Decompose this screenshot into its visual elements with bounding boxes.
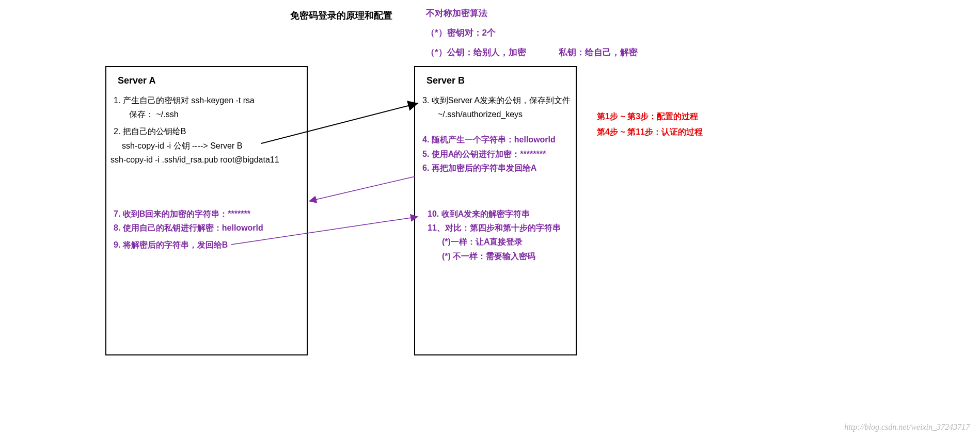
step-2b: ssh-copy-id -i .ssh/id_rsa.pub root@bigd…	[110, 153, 307, 167]
step-1a: 保存： ~/.ssh	[129, 107, 307, 121]
step-3a: ~/.ssh/authorized_keys	[438, 107, 576, 121]
step-8: 8. 使用自己的私钥进行解密：helloworld	[114, 221, 307, 235]
step-11: 11、对比：第四步和第十步的字符串	[428, 221, 576, 235]
diagram-title: 免密码登录的原理和配置	[290, 9, 392, 22]
step-11a: (*)一样：让A直接登录	[442, 235, 576, 249]
note-keypair: （*）密钥对：2个	[426, 27, 496, 39]
step-1: 1. 产生自己的密钥对 ssh-keygen -t rsa	[114, 93, 307, 107]
note-pubkey: （*）公钥：给别人，加密	[426, 46, 526, 58]
step-7: 7. 收到B回来的加密的字符串：*******	[114, 207, 307, 221]
server-a-title: Server A	[118, 75, 307, 86]
server-b-box: Server B 3. 收到Server A发来的公钥，保存到文件 ~/.ssh…	[414, 66, 577, 355]
red-note-config: 第1步 ~ 第3步：配置的过程	[597, 109, 698, 124]
step-3: 3. 收到Server A发来的公钥，保存到文件	[422, 93, 576, 107]
step-5: 5. 使用A的公钥进行加密：********	[422, 147, 576, 161]
step-6: 6. 再把加密后的字符串发回给A	[422, 161, 576, 175]
step-2: 2. 把自己的公钥给B	[114, 124, 307, 138]
watermark: http://blog.csdn.net/weixin_37243717	[844, 423, 970, 432]
step-11b: (*) 不一样：需要输入密码	[442, 249, 576, 263]
server-a-box: Server A 1. 产生自己的密钥对 ssh-keygen -t rsa 保…	[105, 66, 308, 355]
note-privkey: 私钥：给自己，解密	[559, 46, 638, 58]
step-9: 9. 将解密后的字符串，发回给B	[114, 238, 307, 252]
server-b-title: Server B	[426, 75, 576, 86]
step-10: 10. 收到A发来的解密字符串	[428, 207, 576, 221]
red-note-auth: 第4步 ~ 第11步：认证的过程	[597, 125, 703, 140]
step-4: 4. 随机产生一个字符串：helloworld	[422, 133, 576, 147]
step-2a: ssh-copy-id -i 公钥 ----> Server B	[122, 139, 307, 153]
arrow-6-to-7	[309, 176, 415, 201]
note-asymmetric: 不对称加密算法	[426, 7, 487, 19]
